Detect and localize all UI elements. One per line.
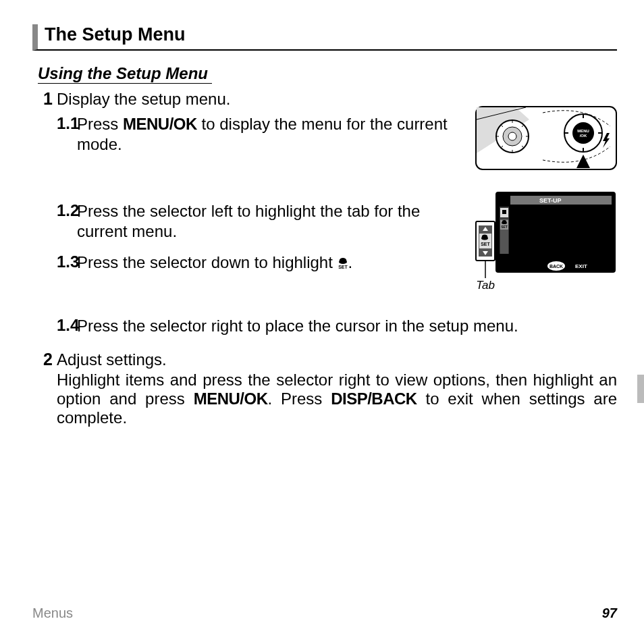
back-label: BACK	[549, 264, 563, 269]
substep-text: Press the selector down to highlight SET…	[77, 252, 464, 274]
substep-number: 1.1	[57, 114, 77, 133]
button-label-menu-ok: MENU/OK	[194, 390, 268, 408]
svg-text:/OK: /OK	[580, 134, 587, 138]
subsection-title: Using the Setup Menu	[38, 64, 212, 84]
svg-text:SET: SET	[481, 242, 490, 246]
substep-text: Press the selector left to highlight the…	[77, 201, 464, 242]
svg-text:SET: SET	[338, 265, 348, 269]
footer-section: Menus	[32, 606, 73, 621]
substep-number: 1.2	[57, 201, 77, 220]
tab-caption: Tab	[476, 279, 495, 292]
text-fragment: . Press	[267, 390, 331, 408]
substep-number: 1.4	[57, 316, 77, 335]
step-body-text: Highlight items and press the selector r…	[57, 371, 617, 427]
text-fragment: Press	[77, 115, 123, 133]
text-fragment: Press the selector down to highlight	[77, 253, 338, 271]
substep-text: Press MENU/OK to display the menu for th…	[77, 114, 464, 155]
button-label-disp-back: DISP/BACK	[331, 390, 417, 408]
exit-label: EXIT	[575, 263, 587, 269]
svg-rect-26	[502, 210, 506, 214]
step-number: 1	[38, 89, 53, 109]
substep-text: Press the selector right to place the cu…	[77, 316, 617, 336]
screen-title: SET-UP	[539, 197, 562, 204]
svg-point-4	[508, 132, 516, 140]
step-title: Adjust settings.	[57, 350, 617, 369]
substep-number: 1.3	[57, 252, 77, 271]
button-label-menu-ok: MENU/OK	[123, 115, 197, 133]
svg-text:SET: SET	[501, 225, 508, 229]
svg-point-14	[572, 122, 594, 144]
step-number: 2	[38, 350, 53, 369]
set-icon: SET	[338, 254, 348, 274]
text-fragment: .	[348, 253, 353, 271]
figure-screen: SET-UP SET BACK EXIT	[475, 192, 617, 297]
page-number: 97	[602, 606, 617, 621]
menu-ok-label: MENU	[577, 129, 589, 133]
section-title: The Setup Menu	[32, 24, 617, 51]
page-edge-tab	[637, 375, 644, 403]
figure-camera: MENU /OK	[475, 106, 617, 174]
